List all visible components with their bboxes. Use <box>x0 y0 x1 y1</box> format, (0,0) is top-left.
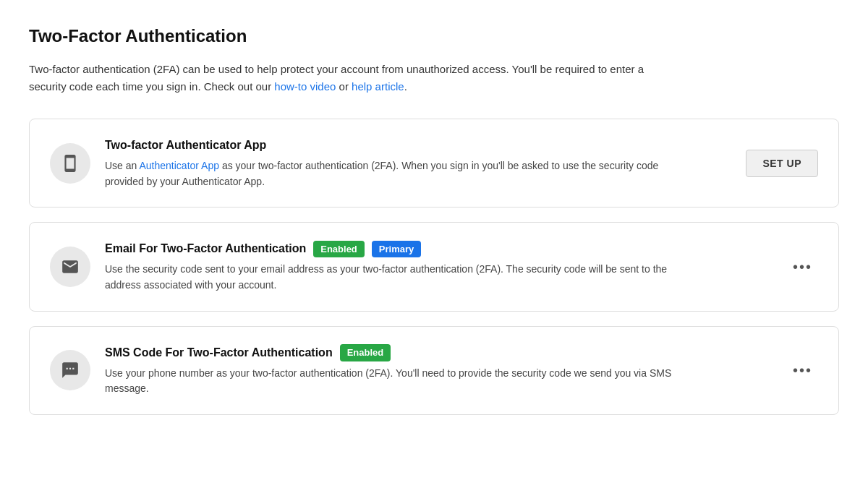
authenticator-app-card: Two-factor Authenticator App Use an Auth… <box>29 119 839 207</box>
email-2fa-action: ••• <box>787 257 818 277</box>
sms-2fa-description: Use your phone number as your two-factor… <box>105 366 698 397</box>
intro-paragraph: Two-factor authentication (2FA) can be u… <box>29 61 680 95</box>
email-primary-badge: Primary <box>372 241 421 258</box>
authenticator-app-action: SET UP <box>746 150 818 177</box>
how-to-video-link[interactable]: how-to video <box>274 80 336 93</box>
page-title: Two-Factor Authentication <box>29 23 839 49</box>
email-2fa-title: Email For Two-Factor Authentication <box>105 240 306 257</box>
authenticator-app-content: Two-factor Authenticator App Use an Auth… <box>105 137 731 189</box>
sms-2fa-action: ••• <box>787 360 818 380</box>
sms-2fa-icon-circle <box>50 350 90 390</box>
sms-2fa-content: SMS Code For Two-Factor Authentication E… <box>105 344 773 397</box>
email-2fa-content: Email For Two-Factor Authentication Enab… <box>105 240 773 293</box>
authenticator-app-link[interactable]: Authenticator App <box>139 160 219 171</box>
email-2fa-more-button[interactable]: ••• <box>787 257 818 277</box>
email-enabled-badge: Enabled <box>313 241 365 258</box>
phone-icon <box>61 154 80 173</box>
email-2fa-icon-circle <box>50 247 90 287</box>
sms-enabled-badge: Enabled <box>340 344 391 361</box>
sms-icon <box>61 361 80 380</box>
authenticator-app-header: Two-factor Authenticator App <box>105 137 731 154</box>
sms-2fa-more-button[interactable]: ••• <box>787 360 818 380</box>
sms-2fa-header: SMS Code For Two-Factor Authentication E… <box>105 344 773 361</box>
authenticator-app-icon-circle <box>50 143 90 184</box>
setup-button[interactable]: SET UP <box>746 150 818 177</box>
help-article-link[interactable]: help article <box>352 80 404 93</box>
sms-2fa-title: SMS Code For Two-Factor Authentication <box>105 344 333 361</box>
email-2fa-header: Email For Two-Factor Authentication Enab… <box>105 240 773 257</box>
email-2fa-card: Email For Two-Factor Authentication Enab… <box>29 222 839 311</box>
email-2fa-description: Use the security code sent to your email… <box>105 262 698 293</box>
authenticator-app-title: Two-factor Authenticator App <box>105 137 266 154</box>
sms-2fa-card: SMS Code For Two-Factor Authentication E… <box>29 326 839 415</box>
email-icon <box>61 257 80 276</box>
authenticator-app-description: Use an Authenticator App as your two-fac… <box>105 158 698 189</box>
